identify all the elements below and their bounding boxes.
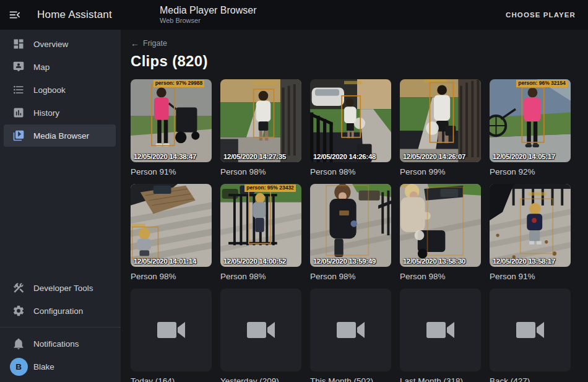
clip-thumbnail: 12/05/2020 14:27:35	[220, 79, 301, 162]
main-content: ← Frigate Clips (820) person: 97% 299881…	[121, 30, 588, 382]
clip-timestamp: 12/05/2020 13:59:49	[313, 258, 376, 265]
sidebar-item-label: Logbook	[33, 85, 66, 95]
clip-scene-image	[220, 184, 301, 267]
detection-label: person: 97% 29988	[153, 80, 205, 87]
folder-label: Back (427)	[490, 376, 571, 382]
clip-scene-image	[310, 79, 391, 162]
page-heading: Clips (820)	[131, 53, 588, 70]
sidebar-item-developer-tools[interactable]: Developer Tools	[4, 277, 116, 299]
clip-label: Person 91%	[131, 167, 212, 176]
clip-scene-image	[131, 79, 212, 162]
clip-card[interactable]: 12/05/2020 13:58:30Person 98%	[400, 184, 481, 281]
clip-card[interactable]: 12/05/2020 13:58:17Person 91%	[490, 184, 571, 281]
user-name: Blake	[33, 362, 54, 371]
clip-timestamp: 12/05/2020 14:26:07	[403, 153, 465, 160]
sidebar-item-overview[interactable]: Overview	[4, 33, 116, 55]
sidebar-item-label: History	[33, 108, 59, 118]
clip-card[interactable]: person: 95% 2343212/05/2020 14:00:52Pers…	[220, 184, 301, 281]
notifications-icon	[12, 337, 25, 350]
page-title: Media Player Browser	[160, 4, 257, 16]
folder-card[interactable]: Back (427)	[490, 289, 571, 382]
sidebar-item-logbook[interactable]: Logbook	[4, 79, 116, 101]
clip-timestamp: 12/05/2020 14:27:35	[223, 153, 286, 160]
back-arrow-icon: ←	[131, 38, 139, 48]
clip-timestamp: 12/05/2020 14:38:47	[134, 153, 196, 160]
video-camera-icon	[247, 319, 275, 341]
clip-label: Person 98%	[400, 272, 481, 281]
clip-thumbnail: 12/05/2020 13:59:49	[310, 184, 391, 267]
clip-label: Person 98%	[220, 167, 301, 176]
clip-scene-image	[131, 184, 212, 267]
clip-card[interactable]: person: 97% 2998812/05/2020 14:38:47Pers…	[131, 79, 212, 176]
clip-label: Person 98%	[310, 167, 391, 176]
detection-label: person: 95% 23432	[244, 184, 296, 192]
sidebar-item-label: Developer Tools	[33, 284, 93, 293]
video-camera-icon	[157, 319, 186, 341]
clip-card[interactable]: 12/05/2020 14:26:07Person 99%	[400, 79, 481, 176]
folder-card[interactable]: Yesterday (209)	[220, 289, 301, 382]
clip-thumbnail: 12/05/2020 13:58:30	[400, 184, 481, 267]
detection-label: person: 96% 32154	[516, 80, 568, 87]
sidebar-item-history[interactable]: History	[4, 102, 116, 124]
clip-label: Person 91%	[490, 272, 571, 281]
sidebar-user-row[interactable]: BBlake	[4, 355, 116, 378]
video-camera-icon	[337, 319, 365, 341]
folder-thumbnail	[310, 289, 391, 371]
breadcrumb-label: Frigate	[143, 39, 167, 48]
clip-timestamp: 12/05/2020 13:58:17	[493, 258, 555, 265]
folder-card[interactable]: Today (164)	[131, 289, 212, 382]
clip-thumbnail: person: 95% 2343212/05/2020 14:00:52	[220, 184, 301, 267]
clip-card[interactable]: person: 96% 3215412/05/2020 14:05:17Pers…	[490, 79, 571, 176]
clip-thumbnail: 12/05/2020 14:01:14	[131, 184, 212, 267]
sidebar-divider	[0, 327, 121, 328]
sidebar-item-notifications[interactable]: Notifications	[4, 332, 116, 355]
clip-card[interactable]: 12/05/2020 14:27:35Person 98%	[220, 79, 301, 176]
clip-scene-image	[400, 184, 481, 267]
sidebar-item-label: Configuration	[33, 306, 83, 316]
clip-timestamp: 12/05/2020 14:01:14	[134, 258, 196, 265]
clip-timestamp: 12/05/2020 13:58:30	[403, 258, 465, 265]
clip-thumbnail: person: 96% 3215412/05/2020 14:05:17	[490, 79, 571, 162]
clip-label: Person 98%	[131, 272, 212, 281]
logbook-icon	[12, 84, 25, 96]
clip-thumbnail: 12/05/2020 14:26:48	[310, 79, 391, 162]
clip-card[interactable]: 12/05/2020 14:01:14Person 98%	[131, 184, 212, 281]
clip-scene-image	[220, 79, 301, 162]
history-icon	[12, 106, 25, 119]
breadcrumb-back-link[interactable]: ← Frigate	[131, 38, 167, 48]
video-camera-icon	[426, 319, 455, 341]
clip-label: Person 98%	[310, 272, 391, 281]
folder-thumbnail	[490, 289, 571, 371]
page-subtitle: Web Browser	[160, 17, 257, 25]
clip-label: Person 92%	[490, 167, 571, 176]
clip-thumbnail: 12/05/2020 14:26:07	[400, 79, 481, 162]
sidebar-item-configuration[interactable]: Configuration	[4, 300, 116, 322]
clip-timestamp: 12/05/2020 14:00:52	[223, 258, 286, 265]
sidebar-item-map[interactable]: Map	[4, 56, 116, 78]
clip-label: Person 98%	[220, 272, 301, 281]
page-title-block: Media Player Browser Web Browser	[160, 4, 257, 25]
folder-card[interactable]: Last Month (318)	[400, 289, 481, 382]
choose-player-button[interactable]: CHOOSE PLAYER	[502, 0, 579, 30]
clip-label: Person 99%	[400, 167, 481, 176]
avatar: B	[10, 358, 28, 376]
folder-thumbnail	[220, 289, 301, 371]
clip-scene-image	[400, 79, 481, 162]
clip-card[interactable]: 12/05/2020 13:59:49Person 98%	[310, 184, 391, 281]
sidebar-toggle-button[interactable]	[0, 0, 30, 30]
sidebar-item-label: Map	[33, 63, 50, 72]
clip-thumbnail: 12/05/2020 13:58:17	[490, 184, 571, 267]
folder-label: Yesterday (209)	[220, 376, 301, 382]
clip-scene-image	[310, 184, 391, 267]
sidebar: OverviewMapLogbookHistoryMedia Browser D…	[0, 30, 121, 382]
sidebar-item-label: Media Browser	[33, 131, 89, 141]
media-browser-icon	[12, 129, 25, 142]
folder-label: Today (164)	[131, 376, 212, 382]
clip-scene-image	[490, 79, 571, 162]
map-icon	[12, 61, 25, 73]
clip-card[interactable]: 12/05/2020 14:26:48Person 98%	[310, 79, 391, 176]
folder-card[interactable]: This Month (502)	[310, 289, 391, 382]
sidebar-item-label: Overview	[33, 40, 68, 49]
clip-timestamp: 12/05/2020 14:26:48	[313, 153, 376, 160]
sidebar-item-media-browser[interactable]: Media Browser	[4, 124, 116, 147]
